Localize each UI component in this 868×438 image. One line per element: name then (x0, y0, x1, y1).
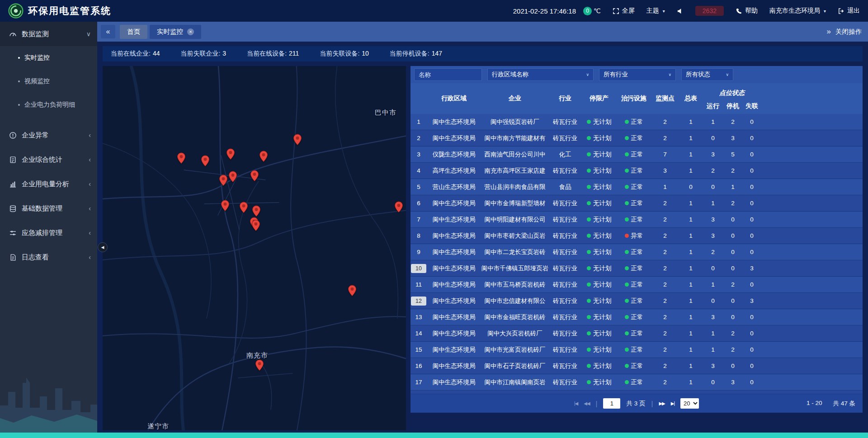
tab-realtime-monitor[interactable]: 实时监控 × (150, 25, 201, 39)
cell-company: 阆中市光富页岩机砖厂 (481, 346, 549, 354)
table-row[interactable]: 9 阆中生态环境局 阆中市二龙长宝页岩砖 砖瓦行业 无计划 正常 2 1 2 0… (410, 244, 863, 260)
header-lost[interactable]: 失联 (742, 99, 761, 114)
header-monitor[interactable]: 监测点 (651, 83, 679, 114)
app-title: 环保用电监管系统 (28, 5, 111, 17)
map-pin-icon[interactable] (252, 205, 261, 217)
total-count-label: 共 47 条 (833, 400, 855, 408)
last-page-button[interactable]: ▶| (671, 401, 675, 406)
tab-home[interactable]: 首页 (120, 25, 147, 39)
cell-company: 营山县润丰肉食品有限 (481, 183, 549, 191)
map-pin-icon[interactable] (250, 170, 259, 182)
map-pin-icon[interactable] (395, 201, 403, 213)
header-company[interactable]: 企业 (481, 83, 549, 114)
map-pin-icon[interactable] (229, 171, 237, 183)
sidebar-group-log-view[interactable]: 日志查看 ‹ (0, 245, 97, 269)
fullscreen-button[interactable]: 全屏 (613, 7, 635, 15)
map-pin-icon[interactable] (259, 151, 268, 162)
map-pin-icon[interactable] (221, 200, 230, 212)
table-row[interactable]: 8 阆中生态环境局 阆中市枣碧大梁山页岩 砖瓦行业 无计划 异常 2 1 3 0… (410, 228, 863, 244)
status-dot-icon (625, 185, 629, 189)
map-pin-icon[interactable] (240, 202, 248, 213)
table-row[interactable]: 3 仪陇生态环境局 西南油气田分公司川中 化工 无计划 正常 7 1 3 5 0 (410, 146, 863, 163)
cell-meter-count: 1 (679, 232, 703, 239)
table-row[interactable]: 4 高坪生态环境局 南充市高坪区王家店建 砖瓦行业 无计划 正常 3 1 2 2… (410, 163, 863, 179)
close-actions-button[interactable]: 关闭操作 (835, 28, 862, 36)
announcement-icon[interactable] (677, 8, 684, 14)
industry-filter-select[interactable]: 所有行业 ∨ (599, 68, 676, 81)
page-size-select[interactable]: 20 (680, 398, 699, 409)
table-row[interactable]: 6 阆中生态环境局 阆中市金博瑞新型墙材 砖瓦行业 无计划 正常 2 1 1 2… (410, 195, 863, 212)
region-filter-value: 行政区域名称 (492, 71, 528, 79)
cell-lost-count: 0 (742, 167, 761, 174)
sidebar-group-enterprise-statistics[interactable]: 企业综合统计 ‹ (0, 147, 97, 172)
first-page-button[interactable]: |◀ (574, 401, 578, 406)
status-dot-icon (587, 120, 591, 124)
skyline-illustration (0, 360, 97, 433)
sidebar-group-power-usage-analysis[interactable]: 企业用电量分析 ‹ (0, 172, 97, 196)
table-row[interactable]: 18 南部生态环境局 南部县建兴页岩砖有限 砖瓦行业 无计划 正常 2 1 0 … (410, 391, 863, 394)
sidebar-item-realtime-monitor[interactable]: 实时监控 (0, 46, 97, 70)
map-pin-icon[interactable] (201, 155, 210, 167)
tab-close-icon[interactable]: × (187, 28, 194, 35)
prev-page-button[interactable]: ◀◀ (584, 401, 590, 406)
table-row[interactable]: 15 阆中生态环境局 阆中市光富页岩机砖厂 砖瓦行业 无计划 正常 2 1 1 … (410, 342, 863, 358)
map-pin-icon[interactable] (226, 148, 235, 160)
status-filter-select[interactable]: 所有状态 ∨ (681, 68, 733, 81)
table-row[interactable]: 1 阆中生态环境局 阆中强锐页岩砖厂 砖瓦行业 无计划 正常 2 1 1 2 0 (410, 114, 863, 130)
table-row[interactable]: 7 阆中生态环境局 阆中明阳建材有限公司 砖瓦行业 无计划 正常 2 1 3 0… (410, 212, 863, 228)
header-limit-production[interactable]: 停限产 (581, 83, 617, 114)
cell-meter-count: 1 (679, 118, 703, 125)
tab-scroll-right-button[interactable]: » (827, 25, 831, 38)
cell-pollution-facility: 正常 (617, 248, 651, 256)
map-pin-icon[interactable] (177, 152, 186, 164)
sidebar-item-video-monitor[interactable]: 视频监控 (0, 70, 97, 93)
logout-button[interactable]: 退出 (838, 7, 860, 15)
table-row[interactable]: 5 营山生态环境局 营山县润丰肉食品有限 食品 无计划 正常 1 0 0 1 0 (410, 179, 863, 195)
header-region[interactable]: 行政区域 (427, 83, 481, 114)
table-row[interactable]: 14 阆中生态环境局 阆中大兴页岩机砖厂 砖瓦行业 无计划 正常 2 1 1 2… (410, 325, 863, 342)
table-row[interactable]: 12 阆中生态环境局 阆中市忠信建材有限公 砖瓦行业 无计划 正常 2 1 0 … (410, 293, 863, 309)
sidebar-group-base-data-management[interactable]: 基础数据管理 ‹ (0, 196, 97, 221)
cell-monitor-count: 3 (651, 167, 679, 174)
map-panel[interactable]: 巴中市南充市遂宁市 (103, 66, 406, 430)
table-row[interactable]: 10 阆中生态环境局 阆中市千佛镇五郎垭页岩 砖瓦行业 无计划 正常 2 1 0… (410, 260, 863, 277)
content-inner: 当前在线企业:44 当前失联企业:3 当前在线设备:211 当前失联设备:10 … (97, 42, 868, 433)
map-city-label: 南充市 (246, 351, 268, 360)
map-pin-icon[interactable] (219, 174, 228, 186)
cell-index: 11 (410, 281, 427, 288)
header-stop[interactable]: 停机 (723, 99, 742, 114)
cell-stop-count: 1 (723, 184, 742, 190)
table-row[interactable]: 16 阆中生态环境局 阆中市石子页岩机砖厂 砖瓦行业 无计划 正常 2 1 3 … (410, 358, 863, 374)
cell-region: 阆中生态环境局 (427, 199, 481, 207)
map-pin-icon[interactable] (255, 359, 264, 371)
alarm-count-badge[interactable]: 2632 (695, 6, 724, 16)
cell-limit-production: 无计划 (581, 297, 617, 305)
cell-index: 3 (410, 151, 427, 158)
org-dropdown[interactable]: 南充市生态环境局 ▾ (769, 7, 826, 15)
table-row[interactable]: 2 阆中生态环境局 阆中市南方节能建材有 砖瓦行业 无计划 正常 2 1 0 3… (410, 130, 863, 146)
theme-dropdown[interactable]: 主题 ▾ (646, 7, 665, 15)
map-collapse-button[interactable]: ◀ (98, 242, 108, 252)
page-number-input[interactable] (603, 398, 620, 409)
map-pin-icon[interactable] (293, 134, 302, 146)
map-pin-icon[interactable] (348, 285, 357, 297)
cell-industry: 砖瓦行业 (549, 167, 581, 175)
map-pin-icon[interactable] (252, 220, 260, 231)
header-run[interactable]: 运行 (703, 99, 723, 114)
header-industry[interactable]: 行业 (549, 83, 581, 114)
next-page-button[interactable]: ▶▶ (659, 401, 665, 406)
name-filter-input[interactable] (414, 68, 482, 81)
table-row[interactable]: 13 阆中生态环境局 阆中市金福旺页岩机砖 砖瓦行业 无计划 正常 2 1 3 … (410, 309, 863, 325)
sidebar-group-enterprise-abnormal[interactable]: 企业异常 ‹ (0, 123, 97, 147)
table-row[interactable]: 11 阆中生态环境局 阆中市五马桥页岩机砖 砖瓦行业 无计划 正常 2 1 1 … (410, 277, 863, 293)
sidebar-group-emergency-reduction[interactable]: 应急减排管理 ‹ (0, 221, 97, 245)
help-button[interactable]: 帮助 (736, 7, 758, 15)
table-row[interactable]: 17 阆中生态环境局 阆中市江南镇阆南页岩 砖瓦行业 无计划 正常 2 1 0 … (410, 374, 863, 391)
sidebar-group-data-monitoring[interactable]: 数据监测 ∨ (0, 22, 97, 46)
sidebar-group-label: 企业综合统计 (22, 155, 62, 164)
sidebar-item-power-load-detail[interactable]: 企业电力负荷明细 (0, 93, 97, 117)
tab-scroll-left-button[interactable]: « (101, 25, 115, 38)
header-pollution-facility[interactable]: 治污设施 (617, 83, 651, 114)
region-filter-select[interactable]: 行政区域名称 ∨ (487, 68, 594, 81)
header-meter[interactable]: 总表 (679, 83, 703, 114)
